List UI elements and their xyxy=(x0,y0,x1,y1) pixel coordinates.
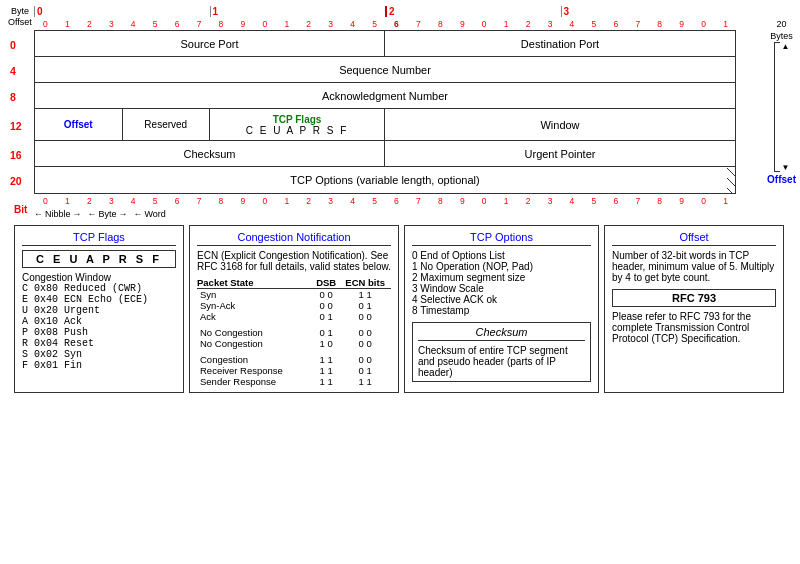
col-marker-2: 2 xyxy=(385,6,561,17)
bot-bit-6: 6 xyxy=(166,195,188,207)
bit-31: 1 xyxy=(714,18,736,30)
word-arrow-left: ← xyxy=(134,209,143,219)
col-marker-0: 0 xyxy=(34,6,210,17)
table-row: Congestion1 10 0 xyxy=(197,354,391,365)
tcp-options-title: TCP Options xyxy=(412,231,591,246)
table-row: Receiver Response1 10 1 xyxy=(197,365,391,376)
bit-22: 2 xyxy=(517,18,539,30)
row-checksum: Checksum Urgent Pointer xyxy=(35,141,735,167)
bit-8: 8 xyxy=(210,18,232,30)
offset-20: 20 xyxy=(10,168,22,194)
option-1: 1 No Operation (NOP, Pad) xyxy=(412,261,591,272)
bit-9: 9 xyxy=(231,18,253,30)
bot-bit-5: 5 xyxy=(144,195,166,207)
col-marker-1: 1 xyxy=(210,6,386,17)
bit-21: 1 xyxy=(495,18,517,30)
bit-30: 0 xyxy=(692,18,714,30)
bit-18: 8 xyxy=(429,18,451,30)
rfc-text: Please refer to RFC 793 for the complete… xyxy=(612,311,776,344)
bit-11: 1 xyxy=(275,18,297,30)
bot-bit-19: 9 xyxy=(451,195,473,207)
bit-12: 2 xyxy=(297,18,319,30)
congestion-title: Congestion Notification xyxy=(197,231,391,246)
bot-bit-16: 6 xyxy=(385,195,407,207)
urgent-pointer-cell: Urgent Pointer xyxy=(385,141,735,166)
rfc-box: RFC 793 xyxy=(612,289,776,307)
bit-17: 7 xyxy=(407,18,429,30)
offset-12: 12 xyxy=(10,110,22,142)
bot-bit-4: 4 xyxy=(122,195,144,207)
congestion-window-label: Congestion Window xyxy=(22,272,176,283)
bot-bit-0: 0 xyxy=(34,195,56,207)
bot-bit-15: 5 xyxy=(363,195,385,207)
row-flags-row: Offset Reserved TCP Flags C E U A P R S … xyxy=(35,109,735,141)
checksum-cell: Checksum xyxy=(35,141,385,166)
sequence-number-cell: Sequence Number xyxy=(35,57,735,82)
flags-f: F 0x01 Fin xyxy=(22,360,176,371)
bot-bit-21: 1 xyxy=(495,195,517,207)
bot-bit-29: 9 xyxy=(670,195,692,207)
col-marker-3: 3 xyxy=(561,6,737,17)
bot-bit-14: 4 xyxy=(341,195,363,207)
option-4: 4 Selective ACK ok xyxy=(412,294,591,305)
bit-14: 4 xyxy=(341,18,363,30)
bot-bit-2: 2 xyxy=(78,195,100,207)
bot-bit-20: 0 xyxy=(473,195,495,207)
offset-8: 8 xyxy=(10,84,22,110)
options-cell: TCP Options (variable length, optional) xyxy=(35,167,735,193)
bit-26: 6 xyxy=(604,18,626,30)
bit-19: 9 xyxy=(451,18,473,30)
option-3: 3 Window Scale xyxy=(412,283,591,294)
bit-15: 5 xyxy=(363,18,385,30)
table-row: Ack0 10 0 xyxy=(197,311,391,322)
bit-7: 7 xyxy=(188,18,210,30)
bot-bit-12: 2 xyxy=(297,195,319,207)
tcp-flags-title: TCP Flags xyxy=(22,231,176,246)
bot-bit-22: 2 xyxy=(517,195,539,207)
nibble-arrow-left: ← xyxy=(34,209,43,219)
row-ack: Acknowledgment Number xyxy=(35,83,735,109)
offset-16: 16 xyxy=(10,142,22,168)
row-sequence: Sequence Number xyxy=(35,57,735,83)
col-dsb: DSB xyxy=(313,277,339,289)
bot-bit-24: 4 xyxy=(561,195,583,207)
source-port-cell: Source Port xyxy=(35,31,385,56)
flags-u: U 0x20 Urgent xyxy=(22,305,176,316)
bit-23: 3 xyxy=(539,18,561,30)
reserved-cell: Reserved xyxy=(123,109,211,140)
flags-p: P 0x08 Push xyxy=(22,327,176,338)
bit-27: 7 xyxy=(626,18,648,30)
bot-bit-17: 7 xyxy=(407,195,429,207)
flags-e: E 0x40 ECN Echo (ECE) xyxy=(22,294,176,305)
bot-bit-8: 8 xyxy=(210,195,232,207)
offset-panel: Offset Number of 32-bit words in TCP hea… xyxy=(604,225,784,393)
nibble-label: Nibble xyxy=(45,209,71,219)
col-ecn-bits: ECN bits xyxy=(339,277,391,289)
bit-29: 9 xyxy=(670,18,692,30)
nibble-arrow-right: → xyxy=(73,209,82,219)
bit-legend: ← Nibble → ← Byte → ← Word xyxy=(34,209,736,219)
bit-4: 4 xyxy=(122,18,144,30)
offset-cell: Offset xyxy=(35,109,123,140)
bot-bit-18: 8 xyxy=(429,195,451,207)
row-options: TCP Options (variable length, optional) xyxy=(35,167,735,193)
flags-s: S 0x02 Syn xyxy=(22,349,176,360)
congestion-panel: Congestion Notification ECN (Explicit Co… xyxy=(189,225,399,393)
bit-3: 3 xyxy=(100,18,122,30)
bot-bit-9: 9 xyxy=(231,195,253,207)
bot-bit-23: 3 xyxy=(539,195,561,207)
offset-title: Offset xyxy=(612,231,776,246)
bot-bit-31: 1 xyxy=(714,195,736,207)
checksum-subpanel: Checksum Checksum of entire TCP segment … xyxy=(412,322,591,382)
bit-28: 8 xyxy=(648,18,670,30)
bot-bit-7: 7 xyxy=(188,195,210,207)
byte-arrow-right: → xyxy=(119,209,128,219)
bit-13: 3 xyxy=(319,18,341,30)
flags-r: R 0x04 Reset xyxy=(22,338,176,349)
congestion-description: ECN (Explicit Congestion Notification). … xyxy=(197,250,391,272)
option-2: 2 Maximum segment size xyxy=(412,272,591,283)
table-row: Syn0 01 1 xyxy=(197,289,391,301)
byte-label: Byte xyxy=(99,209,117,219)
row-source-dest: Source Port Destination Port xyxy=(35,31,735,57)
byte-arrow-left: ← xyxy=(88,209,97,219)
